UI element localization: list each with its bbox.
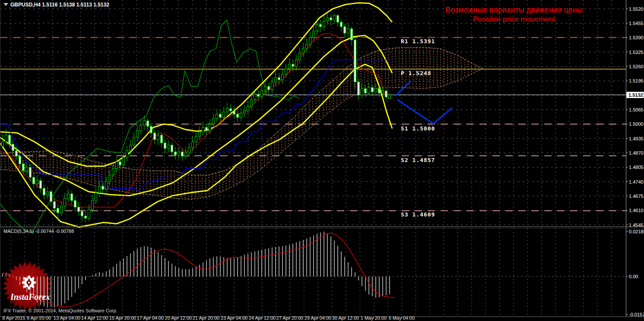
gear-icon (22, 276, 36, 289)
candle (213, 118, 215, 124)
candle (292, 64, 294, 67)
candle (22, 164, 25, 170)
time-axis-label: 8 Apr 2015 (2, 315, 25, 321)
time-axis-label: 20 Apr 12:00 (165, 315, 192, 321)
pivot-label-s2: S2 1.4857 (401, 157, 435, 163)
price-axis-label: 1.5520 (629, 6, 644, 12)
macd-axis-label: 0.00 (629, 274, 638, 279)
candle (147, 121, 149, 126)
annotation-ru: Возможные варианты движения цены (445, 6, 583, 14)
price-axis-label: 1.4675 (629, 194, 644, 199)
candle (230, 108, 232, 111)
candle (309, 38, 311, 44)
candle (330, 18, 332, 20)
price-axis-label: 1.5390 (629, 35, 644, 40)
trading-chart: InstaForex1.55201.54551.53901.53251.5260… (0, 0, 644, 321)
candle (181, 152, 184, 156)
candle (67, 194, 70, 198)
candle (195, 136, 197, 142)
price-axis-label: 1.5195 (629, 78, 644, 83)
candle (347, 29, 349, 33)
time-axis-label: 9 Apr 20:00 (27, 315, 51, 321)
candle (126, 151, 128, 157)
candle (333, 16, 336, 20)
candle (109, 175, 111, 181)
candle (140, 125, 142, 131)
candle (295, 60, 298, 66)
candle (161, 135, 163, 143)
candle (361, 89, 363, 95)
time-axis[interactable]: 8 Apr 20159 Apr 20:0013 Apr 04:0014 Apr … (2, 315, 415, 321)
candle (43, 188, 45, 195)
candle (157, 135, 159, 140)
candle (202, 127, 204, 132)
candle (337, 16, 339, 22)
candle (154, 133, 156, 140)
time-axis-label: 24 Apr 12:00 (249, 315, 276, 321)
current-price-tag-text: 1.5132 (628, 92, 643, 98)
candle (278, 77, 280, 79)
candle (375, 89, 377, 92)
candle (95, 193, 97, 200)
candle (316, 24, 318, 31)
candle (188, 147, 190, 153)
candle (71, 194, 73, 200)
candle (36, 181, 38, 184)
candle (233, 111, 235, 114)
candle (85, 216, 87, 218)
price-axis-label: 1.4805 (629, 165, 644, 170)
candle (102, 186, 104, 190)
candle (105, 182, 108, 190)
candle (174, 152, 177, 155)
candle (171, 145, 173, 152)
candle (2, 142, 4, 146)
candle (264, 86, 266, 91)
candle (306, 44, 308, 49)
candle (74, 200, 76, 207)
price-axis-label: 1.4740 (629, 179, 644, 184)
brand-text: InstaForex (10, 292, 50, 302)
candle (16, 151, 18, 156)
candle (371, 88, 374, 92)
candle (257, 94, 260, 96)
candle (247, 106, 249, 111)
candle (47, 192, 49, 195)
candle (98, 186, 101, 193)
candle (119, 162, 121, 165)
candle (185, 153, 187, 156)
candle (112, 168, 114, 175)
candle (351, 29, 353, 40)
candle (268, 86, 270, 90)
price-axis-label: 1.5260 (629, 64, 644, 69)
candle (9, 135, 11, 144)
candle (254, 94, 256, 100)
candle (206, 127, 208, 131)
quote-header: GBPUSD,H4 1.5116 1.5138 1.5113 1.5132 (10, 2, 109, 8)
candle (289, 64, 291, 69)
time-axis-label: 17 Apr 04:00 (137, 315, 164, 321)
candle (143, 121, 146, 125)
candle (285, 69, 287, 74)
candle (385, 91, 387, 97)
time-axis-label: 15 Apr 20:00 (109, 315, 136, 321)
candle (340, 22, 343, 26)
candle (40, 181, 42, 188)
pivot-label-s3: S3 1.4609 (401, 211, 435, 218)
candle (299, 53, 301, 60)
macd-axis-label: -0.01579 (629, 312, 644, 317)
candle (327, 18, 329, 21)
chart-background (0, 0, 644, 321)
price-axis-label: 1.5455 (629, 21, 644, 26)
candle (29, 167, 32, 177)
candle (168, 145, 170, 149)
candle (251, 100, 253, 106)
time-axis-label: 14 Apr 12:00 (81, 315, 108, 321)
candle (116, 162, 118, 168)
candle (123, 157, 125, 165)
time-axis-label: 27 Apr 20:00 (276, 315, 303, 321)
candle (223, 112, 225, 118)
candle (244, 111, 246, 113)
candle (378, 89, 381, 93)
price-axis-label: 1.5065 (629, 107, 644, 112)
candle (12, 144, 14, 150)
